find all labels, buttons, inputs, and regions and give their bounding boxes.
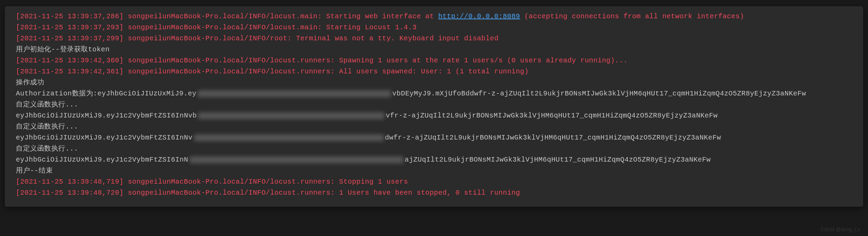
terminal-line: eyJhbGciOiJIUzUxMiJ9.eyJ1c2VybmFtZSI6InN…	[16, 154, 852, 165]
terminal-line: Authorization数据为:eyJhbGciOiJIUzUxMiJ9.ey…	[16, 88, 852, 99]
terminal-line: 操作成功	[16, 77, 852, 88]
redacted-region: ████████████████████████████████████████…	[198, 90, 391, 97]
terminal-line: 用户--结束	[16, 165, 852, 176]
web-interface-url-link[interactable]: http://0.0.0.0:8089	[438, 12, 520, 20]
terminal-line: eyJhbGciOiJIUzUxMiJ9.eyJ1c2VybmFtZSI6InN…	[16, 110, 852, 121]
terminal-output: [2021-11-25 13:39:37,286] songpeilunMacB…	[5, 6, 863, 207]
token-after: vbDEyMyJ9.mXjUfoBddwfr-z-ajZUqIlt2L9ukjr…	[392, 90, 806, 98]
redacted-region: ████████████████████████████████████████…	[190, 156, 403, 163]
terminal-line: [2021-11-25 13:39:37,286] songpeilunMacB…	[16, 11, 852, 22]
token-after: vfr-z-ajZUqIlt2L9ukjrBONsMIJwGk3klVjHM6q…	[386, 112, 718, 120]
token-before: eyJhbGciOiJIUzUxMiJ9.eyJ1c2VybmFtZSI6InN	[16, 156, 188, 164]
token-before: eyJhbGciOiJIUzUxMiJ9.eyJ1c2VybmFtZSI6InN…	[16, 134, 193, 142]
terminal-line: 自定义函数执行...	[16, 143, 852, 154]
token-before: eyJhbGciOiJIUzUxMiJ9.eyJ1c2VybmFtZSI6InN…	[16, 112, 197, 120]
terminal-line: [2021-11-25 13:39:37,299] songpeilunMacB…	[16, 33, 852, 44]
redacted-region: ████████████████████████████████████████…	[194, 134, 384, 141]
terminal-line: eyJhbGciOiJIUzUxMiJ9.eyJ1c2VybmFtZSI6InN…	[16, 132, 852, 143]
terminal-line: [2021-11-25 13:39:48,719] songpeilunMacB…	[16, 176, 852, 187]
terminal-line: [2021-11-25 13:39:48,720] songpeilunMacB…	[16, 187, 852, 198]
token-after: ajZUqIlt2L9ukjrBONsMIJwGk3klVjHM6qHUt17_…	[405, 156, 711, 164]
terminal-line: 自定义函数执行...	[16, 99, 852, 110]
terminal-line: [2021-11-25 13:39:42,361] songpeilunMacB…	[16, 66, 852, 77]
redacted-region: ████████████████████████████████████████…	[198, 112, 384, 119]
token-after: dwfr-z-ajZUqIlt2L9ukjrBONsMIJwGk3klVjHM6…	[385, 134, 721, 142]
terminal-line: 用户初始化--登录获取token	[16, 44, 852, 55]
terminal-line: [2021-11-25 13:39:37,293] songpeilunMacB…	[16, 22, 852, 33]
terminal-line: [2021-11-25 13:39:42,360] songpeilunMacB…	[16, 55, 852, 66]
log-text-after: (accepting connections from all network …	[520, 12, 744, 20]
terminal-line: 自定义函数执行...	[16, 121, 852, 132]
token-before: Authorization数据为:eyJhbGciOiJIUzUxMiJ9.ey	[16, 90, 196, 98]
log-text-before: [2021-11-25 13:39:37,286] songpeilunMacB…	[16, 12, 438, 20]
